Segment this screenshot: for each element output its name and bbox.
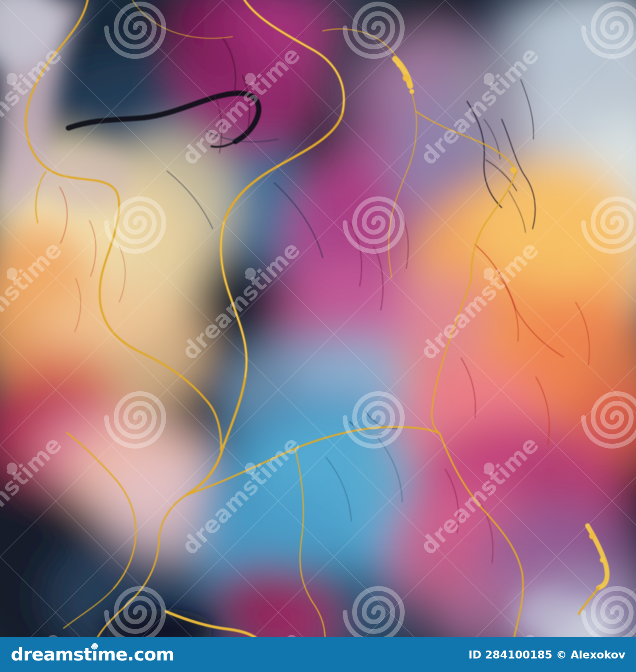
watermark-brand-overlay — [0, 0, 636, 637]
stock-photo-preview: dreamstime — [0, 0, 636, 672]
image-id-credit: ID 284100185 © Alexokov — [468, 649, 625, 661]
dreamstime-footer-bar: dreamstıme.com ID 284100185 © Alexokov — [0, 637, 636, 672]
spiral-icon — [91, 643, 98, 650]
logo-text-suffix: me.com — [97, 644, 174, 665]
logo-text-prefix: dreamst — [11, 644, 91, 665]
dreamstime-logo: dreamstıme.com — [11, 637, 174, 672]
alcohol-ink-artwork: dreamstime — [0, 0, 636, 637]
logo-letter-i: ı — [91, 637, 97, 672]
artwork-canvas: dreamstime — [0, 0, 636, 637]
